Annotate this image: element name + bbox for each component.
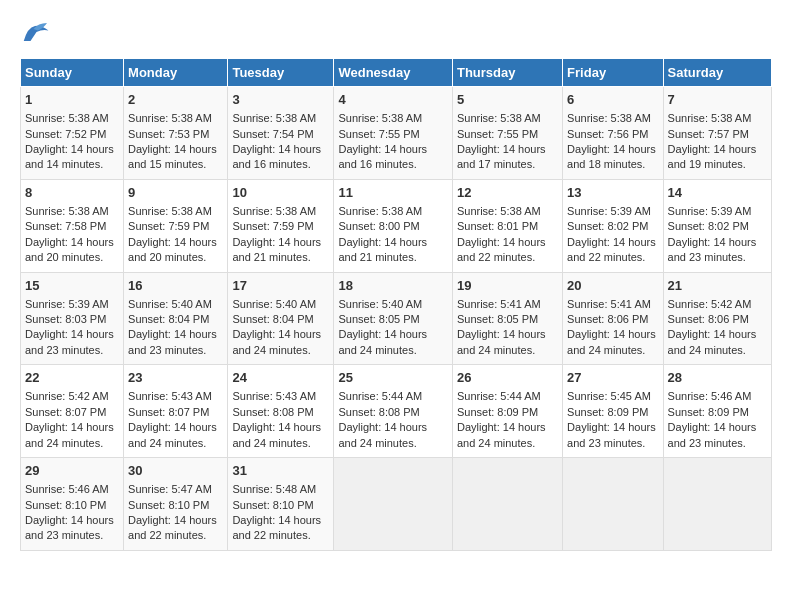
- day-number: 14: [668, 184, 767, 202]
- sunset-text: Sunset: 8:10 PM: [128, 498, 223, 513]
- header-cell-sunday: Sunday: [21, 59, 124, 87]
- logo-bird-icon: [20, 20, 50, 44]
- calendar-cell: 16Sunrise: 5:40 AMSunset: 8:04 PMDayligh…: [124, 272, 228, 365]
- calendar-cell: 3Sunrise: 5:38 AMSunset: 7:54 PMDaylight…: [228, 87, 334, 180]
- calendar-cell: 22Sunrise: 5:42 AMSunset: 8:07 PMDayligh…: [21, 365, 124, 458]
- calendar-cell: 23Sunrise: 5:43 AMSunset: 8:07 PMDayligh…: [124, 365, 228, 458]
- sunrise-text: Sunrise: 5:42 AM: [25, 389, 119, 404]
- day-number: 6: [567, 91, 658, 109]
- daylight-text: Daylight: 14 hours and 22 minutes.: [457, 235, 558, 266]
- sunset-text: Sunset: 8:06 PM: [668, 312, 767, 327]
- calendar-cell: 12Sunrise: 5:38 AMSunset: 8:01 PMDayligh…: [452, 179, 562, 272]
- sunrise-text: Sunrise: 5:38 AM: [25, 111, 119, 126]
- sunrise-text: Sunrise: 5:42 AM: [668, 297, 767, 312]
- day-number: 17: [232, 277, 329, 295]
- calendar-cell: 15Sunrise: 5:39 AMSunset: 8:03 PMDayligh…: [21, 272, 124, 365]
- daylight-text: Daylight: 14 hours and 22 minutes.: [128, 513, 223, 544]
- sunrise-text: Sunrise: 5:38 AM: [128, 111, 223, 126]
- day-number: 26: [457, 369, 558, 387]
- header-cell-friday: Friday: [563, 59, 663, 87]
- calendar-cell: 8Sunrise: 5:38 AMSunset: 7:58 PMDaylight…: [21, 179, 124, 272]
- sunrise-text: Sunrise: 5:40 AM: [128, 297, 223, 312]
- sunset-text: Sunset: 7:57 PM: [668, 127, 767, 142]
- sunset-text: Sunset: 8:03 PM: [25, 312, 119, 327]
- sunset-text: Sunset: 7:58 PM: [25, 219, 119, 234]
- daylight-text: Daylight: 14 hours and 24 minutes.: [25, 420, 119, 451]
- sunrise-text: Sunrise: 5:38 AM: [457, 111, 558, 126]
- day-number: 10: [232, 184, 329, 202]
- daylight-text: Daylight: 14 hours and 24 minutes.: [567, 327, 658, 358]
- day-number: 22: [25, 369, 119, 387]
- day-number: 21: [668, 277, 767, 295]
- day-number: 18: [338, 277, 448, 295]
- calendar-cell: [663, 458, 771, 551]
- sunset-text: Sunset: 8:09 PM: [668, 405, 767, 420]
- sunset-text: Sunset: 7:55 PM: [457, 127, 558, 142]
- day-number: 28: [668, 369, 767, 387]
- day-number: 15: [25, 277, 119, 295]
- daylight-text: Daylight: 14 hours and 24 minutes.: [338, 420, 448, 451]
- calendar-cell: 27Sunrise: 5:45 AMSunset: 8:09 PMDayligh…: [563, 365, 663, 458]
- daylight-text: Daylight: 14 hours and 23 minutes.: [25, 327, 119, 358]
- daylight-text: Daylight: 14 hours and 16 minutes.: [338, 142, 448, 173]
- daylight-text: Daylight: 14 hours and 18 minutes.: [567, 142, 658, 173]
- sunset-text: Sunset: 8:07 PM: [128, 405, 223, 420]
- daylight-text: Daylight: 14 hours and 24 minutes.: [232, 327, 329, 358]
- daylight-text: Daylight: 14 hours and 19 minutes.: [668, 142, 767, 173]
- calendar-cell: 13Sunrise: 5:39 AMSunset: 8:02 PMDayligh…: [563, 179, 663, 272]
- sunset-text: Sunset: 8:10 PM: [232, 498, 329, 513]
- calendar-header-row: SundayMondayTuesdayWednesdayThursdayFrid…: [21, 59, 772, 87]
- daylight-text: Daylight: 14 hours and 17 minutes.: [457, 142, 558, 173]
- sunset-text: Sunset: 8:04 PM: [128, 312, 223, 327]
- calendar-cell: 5Sunrise: 5:38 AMSunset: 7:55 PMDaylight…: [452, 87, 562, 180]
- sunset-text: Sunset: 8:07 PM: [25, 405, 119, 420]
- sunrise-text: Sunrise: 5:47 AM: [128, 482, 223, 497]
- sunset-text: Sunset: 8:09 PM: [457, 405, 558, 420]
- calendar-cell: 21Sunrise: 5:42 AMSunset: 8:06 PMDayligh…: [663, 272, 771, 365]
- sunset-text: Sunset: 7:54 PM: [232, 127, 329, 142]
- sunset-text: Sunset: 7:53 PM: [128, 127, 223, 142]
- page-header: [20, 20, 772, 48]
- day-number: 11: [338, 184, 448, 202]
- header-cell-monday: Monday: [124, 59, 228, 87]
- sunrise-text: Sunrise: 5:38 AM: [25, 204, 119, 219]
- sunset-text: Sunset: 8:00 PM: [338, 219, 448, 234]
- daylight-text: Daylight: 14 hours and 22 minutes.: [567, 235, 658, 266]
- calendar-cell: 1Sunrise: 5:38 AMSunset: 7:52 PMDaylight…: [21, 87, 124, 180]
- calendar-cell: 28Sunrise: 5:46 AMSunset: 8:09 PMDayligh…: [663, 365, 771, 458]
- sunset-text: Sunset: 8:08 PM: [338, 405, 448, 420]
- calendar-cell: 14Sunrise: 5:39 AMSunset: 8:02 PMDayligh…: [663, 179, 771, 272]
- day-number: 7: [668, 91, 767, 109]
- calendar-cell: [452, 458, 562, 551]
- daylight-text: Daylight: 14 hours and 24 minutes.: [457, 327, 558, 358]
- sunset-text: Sunset: 8:05 PM: [457, 312, 558, 327]
- calendar-cell: [334, 458, 453, 551]
- calendar-cell: 31Sunrise: 5:48 AMSunset: 8:10 PMDayligh…: [228, 458, 334, 551]
- sunrise-text: Sunrise: 5:38 AM: [338, 111, 448, 126]
- week-row-1: 1Sunrise: 5:38 AMSunset: 7:52 PMDaylight…: [21, 87, 772, 180]
- header-cell-wednesday: Wednesday: [334, 59, 453, 87]
- sunrise-text: Sunrise: 5:48 AM: [232, 482, 329, 497]
- sunrise-text: Sunrise: 5:38 AM: [338, 204, 448, 219]
- daylight-text: Daylight: 14 hours and 22 minutes.: [232, 513, 329, 544]
- sunrise-text: Sunrise: 5:38 AM: [232, 111, 329, 126]
- sunset-text: Sunset: 8:02 PM: [567, 219, 658, 234]
- daylight-text: Daylight: 14 hours and 24 minutes.: [668, 327, 767, 358]
- calendar-cell: 24Sunrise: 5:43 AMSunset: 8:08 PMDayligh…: [228, 365, 334, 458]
- calendar-cell: 9Sunrise: 5:38 AMSunset: 7:59 PMDaylight…: [124, 179, 228, 272]
- sunrise-text: Sunrise: 5:38 AM: [457, 204, 558, 219]
- sunrise-text: Sunrise: 5:44 AM: [338, 389, 448, 404]
- calendar-cell: 17Sunrise: 5:40 AMSunset: 8:04 PMDayligh…: [228, 272, 334, 365]
- sunrise-text: Sunrise: 5:38 AM: [567, 111, 658, 126]
- calendar-cell: 29Sunrise: 5:46 AMSunset: 8:10 PMDayligh…: [21, 458, 124, 551]
- header-cell-thursday: Thursday: [452, 59, 562, 87]
- sunset-text: Sunset: 8:01 PM: [457, 219, 558, 234]
- calendar-cell: 11Sunrise: 5:38 AMSunset: 8:00 PMDayligh…: [334, 179, 453, 272]
- sunset-text: Sunset: 8:02 PM: [668, 219, 767, 234]
- calendar-cell: 10Sunrise: 5:38 AMSunset: 7:59 PMDayligh…: [228, 179, 334, 272]
- daylight-text: Daylight: 14 hours and 24 minutes.: [457, 420, 558, 451]
- daylight-text: Daylight: 14 hours and 15 minutes.: [128, 142, 223, 173]
- sunrise-text: Sunrise: 5:38 AM: [232, 204, 329, 219]
- sunrise-text: Sunrise: 5:38 AM: [128, 204, 223, 219]
- daylight-text: Daylight: 14 hours and 24 minutes.: [338, 327, 448, 358]
